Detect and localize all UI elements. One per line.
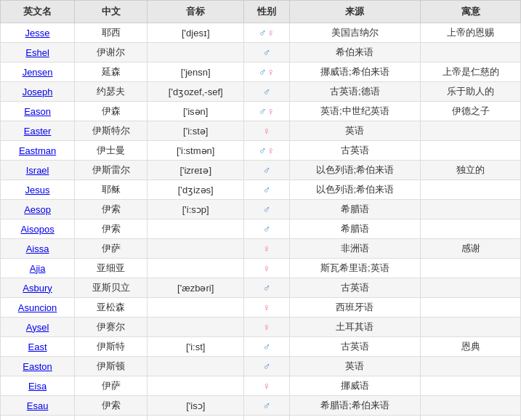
- phonetic-cell: ['i:stə]: [148, 121, 244, 141]
- chinese-cell: 耶稣: [75, 180, 148, 200]
- gender-cell: ♂: [244, 219, 289, 239]
- male-icon: ♂: [263, 203, 271, 215]
- gender-cell: ♂: [244, 357, 289, 376]
- origin-cell: 古英语: [289, 141, 421, 161]
- name-link[interactable]: Jesus: [25, 185, 50, 195]
- chinese-cell: 延森: [75, 62, 148, 82]
- name-link[interactable]: Asbury: [23, 283, 52, 294]
- origin-cell: 美国吉纳尔: [289, 23, 421, 43]
- phonetic-cell: ['isən]: [148, 102, 244, 121]
- table-row: Asbury亚斯贝立['æzbəri]♂古英语: [1, 278, 521, 298]
- name-link[interactable]: Joseph: [23, 86, 53, 97]
- names-table: 英文名 中文 音标 性别 来源 寓意 Jesse耶西['djesɪ]♂♀美国吉纳…: [0, 0, 521, 420]
- name-link[interactable]: Aisopos: [20, 224, 54, 235]
- origin-cell: 英语: [289, 121, 421, 141]
- name-cell[interactable]: Easter: [1, 121, 75, 141]
- name-cell[interactable]: Joseph: [1, 82, 75, 102]
- name-link[interactable]: Eshel: [25, 47, 49, 58]
- name-link[interactable]: Eason: [24, 106, 51, 117]
- name-link[interactable]: East: [28, 342, 47, 352]
- meaning-cell: [421, 219, 521, 239]
- meaning-cell: 乐于助人的: [421, 82, 521, 102]
- name-cell[interactable]: Ajia: [1, 259, 75, 278]
- name-link[interactable]: Jensen: [23, 67, 53, 78]
- name-link[interactable]: Eastman: [19, 145, 56, 156]
- name-link[interactable]: Jesse: [25, 28, 50, 39]
- phonetic-cell: ['i:sɔp]: [148, 200, 244, 219]
- name-cell[interactable]: Esau: [1, 396, 75, 416]
- name-link[interactable]: Aysel: [26, 322, 49, 333]
- male-icon: ♂: [259, 66, 267, 78]
- table-row: Ajia亚细亚♀斯瓦希里语;英语: [1, 259, 521, 278]
- name-cell[interactable]: East: [1, 337, 75, 357]
- name-link[interactable]: Aesop: [24, 204, 51, 215]
- origin-cell: 非洲语: [289, 239, 421, 259]
- gender-cell: ♀: [244, 121, 289, 141]
- name-cell[interactable]: Aysel: [1, 318, 75, 337]
- name-cell[interactable]: Eshel: [1, 43, 75, 62]
- male-icon: ♂: [263, 400, 271, 411]
- phonetic-cell: ['izreɪə]: [148, 161, 244, 180]
- name-cell[interactable]: Esmail: [1, 416, 75, 421]
- name-cell[interactable]: Aissa: [1, 239, 75, 259]
- male-icon: ♂: [263, 184, 271, 195]
- name-cell[interactable]: Eason: [1, 102, 75, 121]
- male-icon: ♂: [263, 47, 271, 58]
- name-link[interactable]: Easton: [23, 361, 52, 372]
- meaning-cell: [421, 298, 521, 318]
- name-link[interactable]: Israel: [26, 165, 49, 176]
- table-row: Eisa伊萨♀挪威语: [1, 376, 521, 396]
- name-cell[interactable]: Aisopos: [1, 219, 75, 239]
- meaning-cell: [421, 278, 521, 298]
- name-link[interactable]: Easter: [24, 126, 52, 137]
- name-link[interactable]: Eisa: [28, 381, 47, 392]
- chinese-cell: 伊萨: [75, 239, 148, 259]
- name-cell[interactable]: Jensen: [1, 62, 75, 82]
- meaning-cell: 感谢: [421, 239, 521, 259]
- origin-cell: 英语;中世纪英语: [289, 102, 421, 121]
- name-cell[interactable]: Asuncion: [1, 298, 75, 318]
- phonetic-cell: ['i:st]: [148, 337, 244, 357]
- gender-cell: ♂: [244, 82, 289, 102]
- gender-cell: ♀: [244, 259, 289, 278]
- header-chinese: 中文: [75, 1, 148, 23]
- gender-cell: ♂: [244, 337, 289, 357]
- name-cell[interactable]: Eastman: [1, 141, 75, 161]
- table-row: Jesus耶稣['dʒizəs]♂以色列语;希伯来语: [1, 180, 521, 200]
- gender-cell: ♂: [244, 396, 289, 416]
- origin-cell: 西班牙语: [289, 298, 421, 318]
- name-cell[interactable]: Israel: [1, 161, 75, 180]
- name-link[interactable]: Aissa: [26, 243, 49, 254]
- meaning-cell: [421, 396, 521, 416]
- gender-cell: ♂♀: [244, 141, 289, 161]
- female-icon: ♀: [267, 27, 275, 39]
- male-icon: ♂: [263, 223, 271, 235]
- name-link[interactable]: Asuncion: [18, 302, 57, 313]
- phonetic-cell: ['djesɪ]: [148, 23, 244, 43]
- female-icon: ♀: [267, 105, 275, 117]
- female-icon: ♀: [263, 321, 271, 333]
- chinese-cell: 伊谢尔: [75, 43, 148, 62]
- name-cell[interactable]: Jesse: [1, 23, 75, 43]
- table-row: Joseph约瑟夫['dʒozef,-sef]♂古英语;德语乐于助人的: [1, 82, 521, 102]
- phonetic-cell: [148, 416, 244, 421]
- table-row: Aesop伊索['i:sɔp]♂希腊语: [1, 200, 521, 219]
- name-link[interactable]: Ajia: [30, 263, 46, 274]
- name-link[interactable]: Esau: [27, 400, 49, 411]
- female-icon: ♀: [263, 302, 271, 313]
- table-row: Aysel伊赛尔♀土耳其语: [1, 318, 521, 337]
- name-cell[interactable]: Eisa: [1, 376, 75, 396]
- table-row: Eason伊森['isən]♂♀英语;中世纪英语伊德之子: [1, 102, 521, 121]
- origin-cell: 以色列语;希伯来语: [289, 180, 421, 200]
- meaning-cell: [421, 259, 521, 278]
- name-cell[interactable]: Aesop: [1, 200, 75, 219]
- name-cell[interactable]: Asbury: [1, 278, 75, 298]
- chinese-cell: 约瑟夫: [75, 82, 148, 102]
- phonetic-cell: [148, 376, 244, 396]
- origin-cell: 希腊语: [289, 200, 421, 219]
- phonetic-cell: [148, 357, 244, 376]
- female-icon: ♀: [263, 125, 271, 137]
- name-cell[interactable]: Easton: [1, 357, 75, 376]
- name-cell[interactable]: Jesus: [1, 180, 75, 200]
- origin-cell: 挪威语;希伯来语: [289, 62, 421, 82]
